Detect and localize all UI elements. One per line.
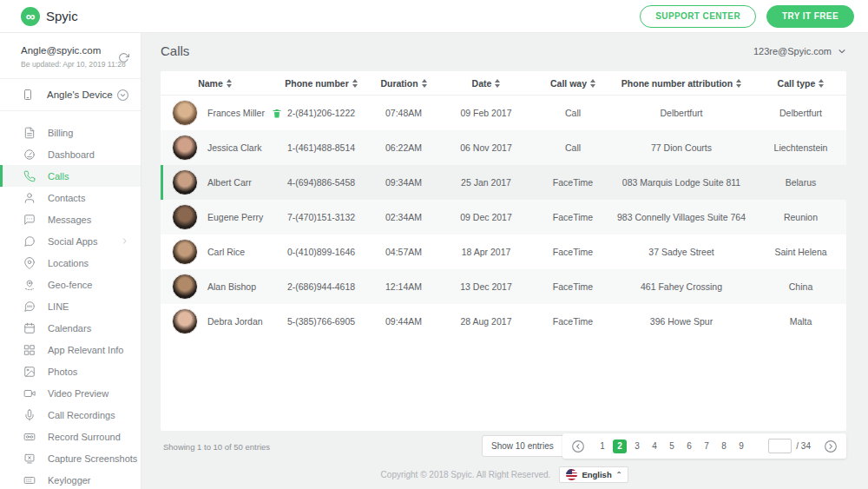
sidebar-item-photos[interactable]: Photos [0, 360, 141, 382]
avatar [172, 100, 198, 126]
main-content: Calls 123re@Spyic.com Name Phone number … [141, 33, 868, 489]
social-apps-icon [23, 235, 36, 248]
page-button-1[interactable]: 1 [594, 441, 611, 451]
page-button-7[interactable]: 7 [698, 441, 715, 451]
column-header-phone-number[interactable]: Phone number [269, 78, 373, 89]
line-icon [23, 301, 36, 313]
sidebar-item-calendars[interactable]: Calendars [0, 317, 141, 339]
try-it-free-button[interactable]: TRY IT FREE [766, 5, 854, 28]
sidebar-item-geo-fence[interactable]: Geo-fence [0, 274, 141, 295]
us-flag-icon [566, 469, 577, 480]
sort-icon [422, 79, 427, 88]
page-button-3[interactable]: 3 [628, 441, 646, 451]
duration-cell: 09:44AM [373, 316, 434, 327]
phone-attribution-cell: 461 Fahey Crossing [608, 281, 755, 292]
column-header-call-way[interactable]: Call way [538, 78, 608, 89]
call-way-cell: FaceTime [538, 177, 608, 188]
column-header-phone-number-attribution[interactable]: Phone number attribution [608, 78, 755, 89]
chevron-down-circle-icon[interactable] [116, 89, 129, 102]
column-label: Phone number [285, 78, 349, 89]
sidebar-item-video-preview[interactable]: Video Preview [0, 382, 141, 404]
phone-number-cell: 7-(470)151-3132 [269, 212, 373, 222]
prev-page-icon[interactable] [571, 439, 585, 453]
keylogger-icon [23, 474, 36, 486]
column-label: Call way [550, 78, 587, 89]
next-page-icon[interactable] [824, 439, 838, 453]
last-updated-text: Be updated: Apr 10, 2019 11:28 [21, 60, 128, 69]
refresh-icon[interactable] [118, 52, 129, 63]
table-row-jessica-clark[interactable]: Jessica Clark 1-(461)488-8514 06:22AM 06… [161, 130, 846, 165]
contact-name: Frances Miller [207, 108, 265, 118]
phone-device-icon [22, 89, 34, 101]
sidebar-item-call-recordings[interactable]: Call Recordings [0, 404, 141, 426]
sort-icon [590, 79, 595, 88]
chevron-right-icon [121, 237, 128, 245]
sidebar-item-capture-screenshots[interactable]: Capture Screenshots [0, 447, 141, 469]
page-number-list: 123456789 [594, 439, 750, 453]
contact-name: Eugene Perry [207, 212, 263, 222]
account-selector-dropdown[interactable]: 123re@Spyic.com [753, 46, 846, 56]
sidebar-item-label: Keylogger [48, 475, 91, 486]
sidebar-item-label: Geo-fence [48, 280, 92, 290]
table-row-eugene-perry[interactable]: Eugene Perry 7-(470)151-3132 02:34AM 09 … [161, 200, 846, 235]
table-row-frances-miller[interactable]: Frances Miller 2-(841)206-1222 07:48AM 0… [161, 96, 846, 130]
page-button-9[interactable]: 9 [733, 441, 750, 451]
column-label: Phone number attribution [621, 78, 733, 89]
sidebar-item-messages[interactable]: Messages [0, 208, 141, 230]
sidebar-item-contacts[interactable]: Contacts [0, 187, 141, 208]
date-cell: 13 Dec 2017 [434, 281, 538, 292]
call-type-cell: Malta [755, 316, 846, 327]
table-row-albert-carr[interactable]: Albert Carr 4-(694)886-5458 09:34AM 25 J… [161, 165, 846, 200]
duration-cell: 02:34AM [373, 212, 434, 222]
sidebar-item-label: Calendars [48, 323, 91, 334]
photos-icon [23, 366, 36, 378]
locations-icon [23, 257, 36, 269]
sort-icon [495, 79, 500, 88]
sidebar-item-label: Billing [48, 128, 73, 138]
column-header-duration[interactable]: Duration [373, 78, 434, 89]
page-jump-input[interactable] [768, 439, 792, 453]
infinity-icon: ∞ [21, 7, 40, 26]
page-button-6[interactable]: 6 [681, 441, 698, 451]
sidebar-item-billing[interactable]: Billing [0, 122, 141, 143]
page-button-8[interactable]: 8 [715, 441, 733, 451]
page-button-2[interactable]: 2 [613, 439, 627, 453]
table-body: Frances Miller 2-(841)206-1222 07:48AM 0… [161, 96, 846, 339]
calls-icon [23, 170, 36, 182]
call-way-cell: FaceTime [538, 281, 608, 292]
language-select[interactable]: English ⌃ [559, 466, 628, 483]
table-row-carl-rice[interactable]: Carl Rice 0-(410)899-1646 04:57AM 18 Apr… [161, 235, 846, 269]
avatar [172, 135, 198, 161]
column-header-date[interactable]: Date [434, 78, 538, 89]
sidebar-item-record-surround[interactable]: Record Surround [0, 426, 141, 447]
sidebar-item-social-apps[interactable]: Social Apps [0, 230, 141, 252]
phone-attribution-cell: 37 Sadye Street [608, 247, 755, 257]
call-type-cell: Liechtenstein [755, 142, 846, 153]
page-button-4[interactable]: 4 [646, 441, 663, 451]
column-header-call-type[interactable]: Call type [755, 78, 846, 89]
device-selector[interactable]: Angle's Device [0, 79, 141, 111]
sidebar-item-line[interactable]: LINE [0, 295, 141, 317]
sidebar-menu: Billing Dashboard Calls Contacts Message… [0, 111, 141, 489]
sidebar-item-locations[interactable]: Locations [0, 252, 141, 274]
sidebar-item-calls[interactable]: Calls [0, 165, 141, 187]
page-button-5[interactable]: 5 [663, 441, 681, 451]
table-row-alan-bishop[interactable]: Alan Bishop 2-(686)944-4618 12:14AM 13 D… [161, 269, 846, 304]
brand-logo[interactable]: ∞ Spyic [21, 7, 78, 26]
sidebar-item-keylogger[interactable]: Keylogger [0, 469, 141, 489]
column-header-name[interactable]: Name [161, 78, 269, 89]
copyright-text: Copyright © 2018 Spyic. All Right Reserv… [381, 470, 551, 479]
support-center-button[interactable]: SUPPORT CENTER [640, 5, 756, 28]
call-way-cell: Call [538, 108, 608, 118]
sidebar-item-dashboard[interactable]: Dashboard [0, 143, 141, 165]
date-cell: 28 Aug 2017 [434, 316, 538, 327]
page-title: Calls [161, 43, 189, 58]
avatar [172, 274, 198, 300]
table-row-debra-jordan[interactable]: Debra Jordan 5-(385)766-6905 09:44AM 28 … [161, 304, 846, 339]
sidebar-item-label: Call Recordings [48, 410, 115, 420]
phone-attribution-cell: Delbertfurt [608, 108, 755, 118]
contact-name: Alan Bishop [207, 281, 256, 292]
sidebar-item-app-relevant-info[interactable]: App Relevant Info [0, 339, 141, 360]
calendars-icon [23, 322, 36, 334]
call-way-cell: Call [538, 142, 608, 153]
